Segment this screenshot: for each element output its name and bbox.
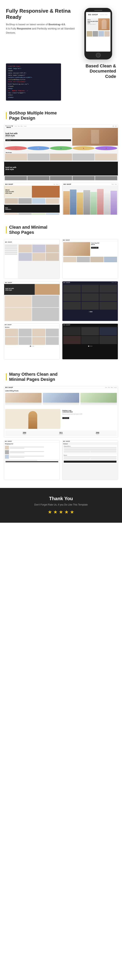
- cart-item-2: [5, 450, 59, 454]
- stats-row: 250 Products 311 Customers 250 Brands: [5, 431, 117, 436]
- homepage-preview-3: BO SHOP Home Shop: [63, 183, 118, 215]
- dp-hero-1: Classic Bag 2018 $89.99 ADD TO CART: [63, 242, 117, 256]
- fm-item-4: [32, 308, 59, 321]
- cat-product-2: [32, 245, 45, 253]
- wl-item-2: [19, 329, 32, 337]
- others-big-site: BO SHOP Home Blog About Contact Latest B…: [4, 386, 118, 438]
- dark-nav: [111, 282, 117, 283]
- others-nav-4: Contact: [114, 387, 117, 388]
- co-row-2: [64, 458, 116, 460]
- homepage-preview-2: BO SHOP Shop About $98.00 look hot with2…: [4, 183, 59, 215]
- dc-item-1: [63, 327, 81, 336]
- mp-2-3: [32, 198, 45, 204]
- cat-icon-5: 🧣: [95, 146, 117, 150]
- wishlist-page: BO SHOP Wishlist: [4, 324, 59, 359]
- mfs-header-2: BO SHOP Shop About: [4, 183, 59, 186]
- blog-card-1: [5, 393, 42, 405]
- dc-item-2: [81, 327, 99, 336]
- co-form-title-1: Shipping Address: [64, 445, 116, 447]
- responsive-text-block: Fully Responsive & Retina Ready BoShop i…: [6, 8, 77, 35]
- homepage-preview-1: BO SHOP Home Shop About Contact: [4, 125, 118, 180]
- checkout-page: Checkout Shipping Address Payment: [63, 442, 118, 480]
- phone-banner: $99.99 look hot with 2018 style Best Col…: [87, 18, 110, 30]
- blog-excerpt-3: [80, 404, 117, 405]
- code-line-13: <div class="wrapper">: [8, 92, 59, 94]
- star-3: ★: [59, 509, 63, 515]
- stat-3: 250 Brands: [96, 432, 99, 435]
- stat-label-1: Products: [23, 434, 26, 435]
- code-line-11: <body>: [8, 88, 59, 90]
- thankyou-heading: Thank You: [6, 496, 116, 501]
- dark-product-9: [100, 302, 117, 310]
- cart-logo: BO SHOP: [5, 441, 12, 442]
- dark-product-7: [63, 302, 81, 310]
- mini-hero-2: $98.00 look hot with2018 style: [4, 186, 59, 197]
- co-place-order-btn[interactable]: [64, 461, 116, 463]
- model-cta-btn[interactable]: SHOP NOW: [63, 417, 69, 419]
- cat-icon-1: 👜: [5, 146, 27, 150]
- phone-product-2: [93, 31, 98, 37]
- code-block: <!DOCTYPE html> <html lang="en"> <head> …: [6, 64, 61, 100]
- dark-nav-item-2: [114, 282, 117, 283]
- blog-title: Latest Blog Posts: [5, 390, 117, 392]
- cart-name-2: [10, 451, 44, 452]
- hanger-2: [70, 189, 77, 215]
- cart-details-3: [10, 456, 59, 458]
- others-preview-1: BO SHOP Shopping Cart: [4, 440, 59, 480]
- dark-product-1: [63, 285, 81, 293]
- others-nav-3: About: [111, 387, 113, 388]
- others-preview-2: BO SHOP Checkout Shipping Address: [63, 440, 118, 480]
- wl-item-8: [46, 337, 59, 345]
- shop-screenshot-4: BO SHOP: [62, 281, 118, 321]
- dp-related-4: [104, 257, 117, 262]
- cat-icon-3: 👗: [50, 146, 72, 150]
- others-logo: BO SHOP: [5, 387, 13, 388]
- blog-card-2: [43, 393, 79, 405]
- star-5: ★: [70, 509, 74, 515]
- mfs-nav-3: Home Shop: [112, 184, 117, 185]
- fm-header-1: BO SHOP: [4, 282, 59, 284]
- fm-item-3: [5, 308, 32, 321]
- stars-row: ★ ★ ★ ★ ★: [6, 509, 116, 515]
- mfs-logo-3: BO SHOP: [64, 184, 71, 185]
- phone-logo: BO SHOP: [87, 13, 99, 17]
- mfs-hero-figure-1: [91, 130, 99, 144]
- others-screenshots-grid: BO SHOP Shopping Cart: [0, 440, 122, 480]
- cat-sidebar-item-5: [5, 252, 17, 253]
- dark-cat-logo: BO SHOP: [63, 324, 70, 326]
- dark-product-2: [82, 285, 99, 293]
- star-1: ★: [48, 509, 52, 515]
- dp-add-to-cart-btn[interactable]: ADD TO CART: [91, 247, 98, 248]
- wl-item-3: [32, 329, 45, 337]
- code-line-10: </head>: [8, 85, 59, 88]
- dp-related-1: [63, 257, 77, 262]
- cat-sidebar-item-1: [5, 245, 17, 246]
- cart-thumb-3: [5, 455, 9, 459]
- phone-screen: BO SHOP $99.99 look hot with 2018 style …: [86, 12, 111, 52]
- shop-preview-1: BO SHOP: [4, 239, 59, 278]
- mfs-nav-1: Home Shop About Contact: [14, 126, 26, 127]
- shop-preview-6: BO SHOP: [63, 324, 118, 359]
- others-big-preview: BO SHOP Home Blog About Contact Latest B…: [4, 386, 118, 438]
- cart-name-1: [10, 447, 44, 447]
- code-line-1: <!DOCTYPE html>: [8, 65, 59, 68]
- cart-thumb-2: [5, 450, 9, 454]
- shop-header: Clean and MinimalShop Pages: [0, 223, 122, 239]
- cat-icon-2: 👒: [27, 146, 50, 150]
- blog-thumb-2: [43, 393, 79, 403]
- co-form-2: Payment: [63, 454, 117, 463]
- model-details-1: Fashion LookCollection 2018 Discover the…: [62, 409, 117, 429]
- dp-dot-2: [90, 346, 91, 347]
- dark-products-grid: [63, 284, 118, 310]
- mp-2-1: [5, 198, 18, 204]
- checkout-logo: BO SHOP: [63, 441, 70, 442]
- dp-price-1: $89.99: [91, 244, 117, 245]
- category-icons-row: 👜 👒 👗 👠 🧣: [4, 146, 118, 151]
- star-2: ★: [53, 509, 58, 515]
- cart-header: BO SHOP: [4, 440, 59, 442]
- cat-sidebar-1: [4, 244, 18, 279]
- mp-2b-2: [18, 213, 32, 215]
- shop-preview-2: BO SHOP Classic Bag 2018 $89.99 ADD TO C…: [63, 239, 118, 278]
- mini-products-2: [4, 197, 59, 204]
- mfs-shop-btn[interactable]: SHOP NOW: [5, 139, 71, 141]
